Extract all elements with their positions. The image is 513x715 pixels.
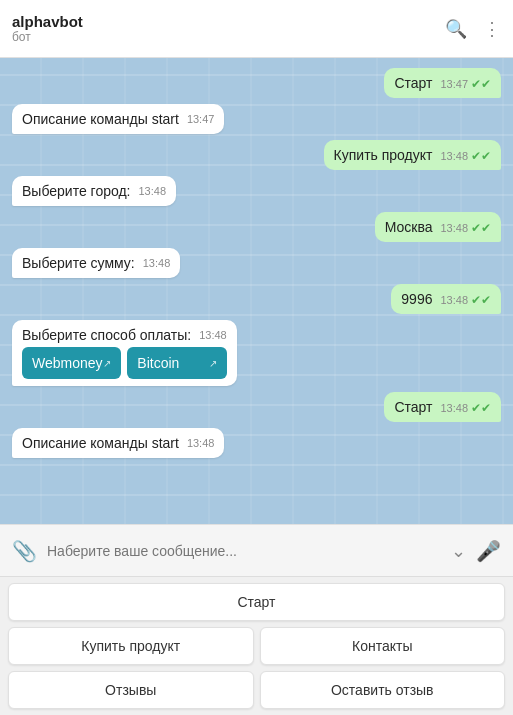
message-meta: 13:47 [187, 113, 215, 125]
message-row: Описание команды start13:47 [12, 104, 501, 134]
bot-name: alphavbot [12, 13, 445, 30]
inline-keyboard: Webmoney↗Bitcoin↗ [22, 347, 227, 379]
message-meta: 13:48 [143, 257, 171, 269]
message-bubble: Выберите город:13:48 [12, 176, 176, 206]
message-text: Москва [385, 219, 433, 235]
message-input-area: 📎 ⌄ 🎤 [0, 524, 513, 576]
message-row: Выберите способ оплаты:13:48Webmoney↗Bit… [12, 320, 501, 386]
inline-keyboard-button[interactable]: Bitcoin↗ [127, 347, 226, 379]
message-bubble: Описание команды start13:47 [12, 104, 224, 134]
message-meta: 13:47✔✔ [440, 77, 491, 91]
message-bubble: Выберите сумму:13:48 [12, 248, 180, 278]
message-text: Купить продукт [334, 147, 433, 163]
message-check-icon: ✔✔ [471, 293, 491, 307]
attach-icon[interactable]: 📎 [12, 539, 37, 563]
message-row: Москва13:48✔✔ [12, 212, 501, 242]
message-bubble: Старт13:47✔✔ [384, 68, 501, 98]
message-meta: 13:48✔✔ [440, 401, 491, 415]
message-text: Описание команды start [22, 111, 179, 127]
message-bubble: Москва13:48✔✔ [375, 212, 501, 242]
external-link-icon: ↗ [103, 358, 111, 369]
message-row: Описание команды start13:48 [12, 428, 501, 458]
keyboard-button-label: Bitcoin [137, 355, 179, 371]
message-check-icon: ✔✔ [471, 401, 491, 415]
keyboard-row: Купить продуктКонтакты [8, 627, 505, 665]
message-row: Выберите город:13:48 [12, 176, 501, 206]
message-row: Купить продукт13:48✔✔ [12, 140, 501, 170]
message-row: Выберите сумму:13:48 [12, 248, 501, 278]
header-info: alphavbot бот [12, 13, 445, 44]
bot-subtitle: бот [12, 30, 445, 44]
keyboard-button[interactable]: Купить продукт [8, 627, 254, 665]
message-meta: 13:48✔✔ [440, 221, 491, 235]
bottom-keyboard: СтартКупить продуктКонтактыОтзывыОставит… [0, 576, 513, 715]
message-bubble: Купить продукт13:48✔✔ [324, 140, 501, 170]
message-check-icon: ✔✔ [471, 221, 491, 235]
message-text: 9996 [401, 291, 432, 307]
keyboard-button[interactable]: Отзывы [8, 671, 254, 709]
inline-keyboard-button[interactable]: Webmoney↗ [22, 347, 121, 379]
message-meta: 13:48 [139, 185, 167, 197]
message-text: Выберите сумму: [22, 255, 135, 271]
message-row: 999613:48✔✔ [12, 284, 501, 314]
message-text: Выберите способ оплаты: [22, 327, 191, 343]
keyboard-button[interactable]: Старт [8, 583, 505, 621]
message-row: Старт13:48✔✔ [12, 392, 501, 422]
message-bubble: Описание команды start13:48 [12, 428, 224, 458]
chat-messages: Старт13:47✔✔Описание команды start13:47К… [0, 58, 513, 524]
message-text: Старт [394, 75, 432, 91]
search-icon[interactable]: 🔍 [445, 18, 467, 40]
message-input[interactable] [47, 543, 441, 559]
message-bubble: Выберите способ оплаты:13:48Webmoney↗Bit… [12, 320, 237, 386]
message-meta: 13:48 [187, 437, 215, 449]
external-link-icon: ↗ [209, 358, 217, 369]
message-row: Старт13:47✔✔ [12, 68, 501, 98]
message-meta: 13:48✔✔ [440, 293, 491, 307]
keyboard-row: ОтзывыОставить отзыв [8, 671, 505, 709]
microphone-icon[interactable]: 🎤 [476, 539, 501, 563]
message-text: Выберите город: [22, 183, 131, 199]
chevron-down-icon[interactable]: ⌄ [451, 540, 466, 562]
keyboard-button-label: Webmoney [32, 355, 103, 371]
header-actions: 🔍 ⋮ [445, 18, 501, 40]
message-text: Описание команды start [22, 435, 179, 451]
message-bubble: 999613:48✔✔ [391, 284, 501, 314]
keyboard-button[interactable]: Оставить отзыв [260, 671, 506, 709]
message-meta: 13:48 [199, 329, 227, 341]
message-bubble: Старт13:48✔✔ [384, 392, 501, 422]
message-check-icon: ✔✔ [471, 149, 491, 163]
more-icon[interactable]: ⋮ [483, 18, 501, 40]
keyboard-button[interactable]: Контакты [260, 627, 506, 665]
message-check-icon: ✔✔ [471, 77, 491, 91]
keyboard-row: Старт [8, 583, 505, 621]
message-text: Старт [394, 399, 432, 415]
message-meta: 13:48✔✔ [440, 149, 491, 163]
chat-header: alphavbot бот 🔍 ⋮ [0, 0, 513, 58]
